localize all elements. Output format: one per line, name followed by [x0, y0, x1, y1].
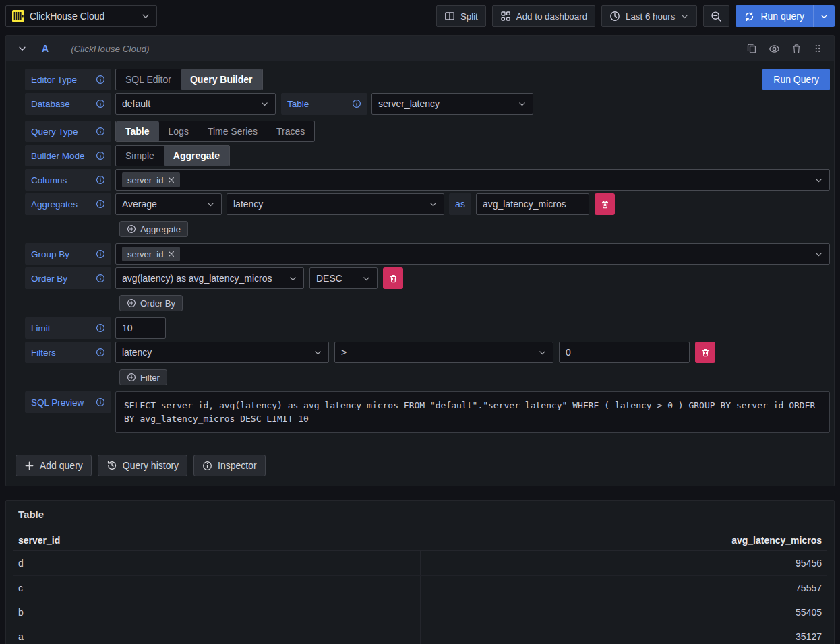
editor-run-query-button[interactable]: Run Query [762, 69, 830, 90]
aggregate-column-select[interactable]: latency [227, 193, 444, 215]
column-header-server-id[interactable]: server_id [13, 535, 420, 546]
chevron-down-icon [538, 348, 547, 357]
split-label: Split [460, 11, 478, 22]
remove-query-trash-icon[interactable] [791, 44, 802, 54]
table-select[interactable]: server_latency [371, 93, 533, 115]
info-icon[interactable] [96, 151, 105, 160]
query-type-time-series[interactable]: Time Series [198, 121, 267, 141]
datasource-name: ClickHouse Cloud [30, 11, 136, 22]
info-icon[interactable] [96, 199, 105, 209]
info-icon[interactable] [96, 127, 105, 136]
explore-toolbar: ClickHouse Cloud Split Add to dashboard … [0, 0, 840, 32]
column-header-avg-latency-micros[interactable]: avg_latency_micros [420, 535, 827, 546]
info-icon[interactable] [96, 75, 105, 84]
zoom-out-icon [711, 11, 722, 22]
query-type-traces[interactable]: Traces [267, 121, 314, 141]
filter-operator-select[interactable]: > [334, 342, 553, 363]
query-type-table[interactable]: Table [116, 121, 159, 141]
query-type-logs[interactable]: Logs [159, 121, 198, 141]
builder-mode-aggregate[interactable]: Aggregate [164, 146, 229, 166]
query-type-label: Query Type [25, 121, 111, 142]
plus-circle-icon [127, 224, 136, 234]
query-editor-footer: Add query Query history Inspector [10, 455, 830, 476]
cell-value: 35127 [421, 631, 828, 642]
query-row-header[interactable]: A (ClickHouse Cloud) [6, 36, 834, 61]
trash-icon [601, 200, 609, 209]
info-icon[interactable] [96, 323, 105, 333]
table-row[interactable]: b 55405 [13, 600, 827, 624]
datasource-picker[interactable]: ClickHouse Cloud [5, 5, 157, 27]
info-icon[interactable] [96, 249, 105, 259]
editor-type-sql-editor[interactable]: SQL Editor [116, 69, 181, 90]
order-by-direction-select[interactable]: DESC [309, 267, 378, 289]
builder-mode-label: Builder Mode [25, 145, 111, 166]
run-query-button[interactable]: Run query [736, 5, 813, 27]
cell-server-id: d [13, 551, 421, 575]
duplicate-query-icon[interactable] [746, 43, 757, 54]
cell-server-id: c [13, 576, 421, 600]
add-filter-button[interactable]: Filter [119, 369, 167, 385]
inspector-button[interactable]: Inspector [193, 455, 266, 476]
drag-handle-icon[interactable] [813, 44, 822, 53]
query-builder: Editor Type SQL Editor Query Builder Run… [6, 61, 834, 486]
run-query-dropdown-toggle[interactable] [813, 5, 835, 27]
group-by-multiselect[interactable]: server_id [115, 243, 830, 265]
columns-multiselect[interactable]: server_id [115, 169, 830, 191]
toolbar-actions: Split Add to dashboard Last 6 hours [436, 5, 835, 27]
aggregate-alias-input[interactable]: avg_latency_micros [476, 193, 589, 215]
plus-circle-icon [127, 298, 136, 308]
query-history-button[interactable]: Query history [98, 455, 187, 476]
filters-label: Filters [25, 342, 111, 363]
add-order-by-button[interactable]: Order By [119, 295, 183, 311]
clock-icon [609, 11, 620, 22]
cell-value: 75557 [421, 583, 828, 593]
history-icon [107, 460, 117, 471]
add-to-dashboard-button[interactable]: Add to dashboard [492, 5, 595, 27]
results-table: server_id avg_latency_micros d 95456 c 7… [13, 529, 827, 644]
remove-filter-button[interactable] [695, 342, 715, 363]
chevron-down-icon [206, 200, 215, 209]
filter-column-select[interactable]: latency [115, 342, 329, 363]
time-range-label: Last 6 hours [626, 11, 675, 22]
zoom-out-button[interactable] [703, 5, 729, 27]
clickhouse-logo-icon [12, 10, 24, 22]
order-by-field-select[interactable]: avg(latency) as avg_latency_micros [115, 267, 304, 289]
order-by-label: Order By [25, 267, 111, 289]
table-row[interactable]: d 95456 [13, 551, 827, 575]
info-icon[interactable] [96, 348, 105, 357]
remove-chip-icon[interactable] [168, 251, 175, 257]
remove-chip-icon[interactable] [168, 176, 175, 183]
info-icon[interactable] [352, 99, 361, 108]
run-query-split-button: Run query [736, 5, 835, 27]
info-icon[interactable] [96, 175, 105, 185]
cell-value: 55405 [421, 607, 828, 618]
remove-aggregate-button[interactable] [595, 193, 615, 215]
chevron-down-icon [680, 12, 689, 21]
aggregate-function-select[interactable]: Average [115, 193, 222, 215]
query-datasource-hint: (ClickHouse Cloud) [71, 44, 149, 54]
cell-server-id: a [13, 624, 421, 644]
chevron-down-icon [429, 200, 438, 209]
aggregates-label: Aggregates [25, 193, 111, 215]
time-range-picker[interactable]: Last 6 hours [601, 5, 697, 27]
info-icon[interactable] [96, 397, 105, 407]
editor-type-query-builder[interactable]: Query Builder [181, 69, 262, 90]
disable-query-eye-icon[interactable] [769, 43, 780, 55]
limit-label: Limit [25, 317, 111, 339]
remove-order-by-button[interactable] [383, 267, 403, 289]
limit-input[interactable]: 10 [115, 317, 166, 339]
builder-mode-simple[interactable]: Simple [116, 146, 164, 166]
filter-value-input[interactable]: 0 [559, 342, 690, 363]
info-icon[interactable] [96, 273, 105, 283]
info-circle-icon [202, 461, 212, 471]
table-label: Table [281, 93, 367, 115]
database-select[interactable]: default [115, 93, 276, 115]
columns-label: Columns [25, 169, 111, 191]
collapse-chevron-icon[interactable] [18, 44, 27, 53]
info-icon[interactable] [96, 99, 105, 108]
table-row[interactable]: a 35127 [13, 624, 827, 644]
add-query-button[interactable]: Add query [16, 455, 92, 476]
add-aggregate-button[interactable]: Aggregate [119, 221, 188, 237]
split-button[interactable]: Split [436, 5, 486, 27]
table-row[interactable]: c 75557 [13, 575, 827, 600]
